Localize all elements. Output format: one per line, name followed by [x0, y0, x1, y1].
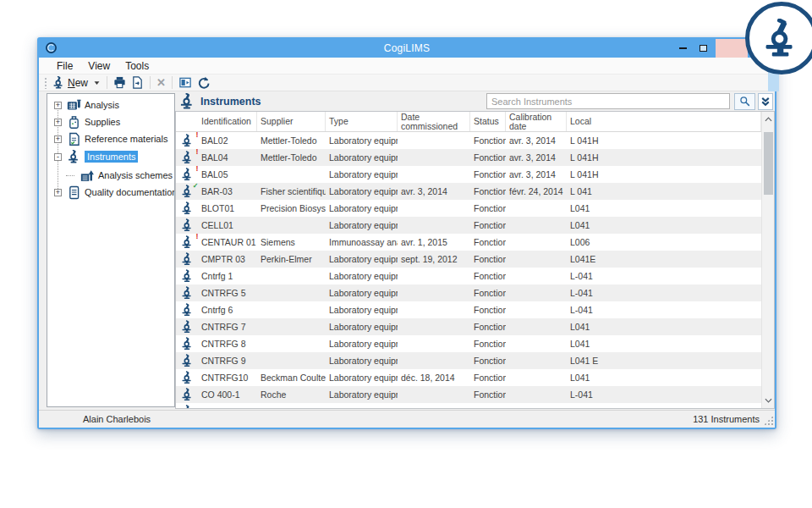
maximize-button[interactable] [692, 39, 714, 58]
panel-icon [178, 76, 192, 89]
expand-toggle[interactable]: + [54, 102, 62, 109]
table-row[interactable]: BAL05 Laboratory equipment Fonctional av… [176, 166, 761, 183]
current-user-label: Alain Charlebois [83, 414, 151, 424]
cell-identification: CNTRFG 9 [198, 352, 257, 369]
title-bar[interactable]: CogiLIMS [39, 39, 775, 58]
cell-supplier [257, 335, 326, 352]
preview-panel-button[interactable] [176, 75, 195, 90]
vertical-scrollbar[interactable] [761, 112, 774, 408]
row-icon-cell [176, 318, 198, 335]
cell-local: L041 [567, 335, 761, 352]
content-area: + Analysis + Supplies + Reference materi… [39, 91, 775, 410]
table-row[interactable]: CELL01 Laboratory equipment Fonctional L… [176, 217, 761, 234]
table-row[interactable]: CNTRFG10 Beckman Coulter ... Laboratory … [176, 369, 761, 386]
table-row[interactable]: CNTRFG 7 Laboratory equipment Fonctional… [176, 318, 761, 335]
menu-tools[interactable]: Tools [118, 58, 156, 74]
table-row[interactable]: BAL04 Mettler-Toledo Laboratory equipmen… [176, 149, 761, 166]
collapse-toggle[interactable]: - [54, 153, 62, 161]
table-row[interactable]: CO 400-1 Roche Laboratory equipment Fonc… [176, 386, 761, 403]
print-button[interactable] [111, 75, 129, 90]
delete-icon: ✕ [156, 77, 166, 89]
microscope-icon [181, 303, 194, 317]
cell-date-commissioned [398, 318, 470, 335]
column-header-icon [176, 112, 198, 131]
search-button[interactable] [734, 93, 755, 110]
search-input[interactable] [486, 93, 730, 109]
scroll-down-button[interactable] [762, 394, 775, 407]
column-header-status[interactable]: Status [470, 112, 506, 131]
minimize-icon [679, 47, 687, 49]
cell-status: Fonctional [470, 234, 506, 251]
sidebar-item-quality-documentation[interactable]: + Quality documentation [47, 184, 175, 201]
close-button[interactable] [716, 39, 748, 58]
expand-toggle[interactable]: + [54, 189, 62, 196]
resize-grip[interactable] [764, 416, 773, 425]
refresh-icon [197, 76, 210, 89]
cell-supplier: Mettler-Toledo [257, 132, 326, 149]
table-row[interactable]: Cntrfg 6 Laboratory equipment Fonctional… [176, 301, 761, 318]
refresh-button[interactable] [195, 75, 212, 90]
table-row[interactable]: BAR-03 Fisher scientifique Laboratory eq… [176, 183, 761, 200]
table-row[interactable]: BAL02 Mettler-Toledo Laboratory equipmen… [176, 132, 761, 149]
cell-type: Laboratory equipment [326, 149, 398, 166]
cell-supplier: Fisher scientifique [257, 183, 326, 200]
cell-type: Laboratory equipment [326, 251, 398, 268]
row-icon-cell [176, 132, 198, 149]
cell-calibration-date [506, 200, 567, 217]
cell-status: Fonctional [470, 335, 506, 352]
table-row[interactable]: BLOT01 Precision Biosystems Laboratory e… [176, 200, 761, 217]
window-title: CogiLIMS [39, 42, 775, 54]
cell-status: Fonctional [470, 251, 506, 268]
menu-file[interactable]: File [49, 58, 80, 74]
cell-date-commissioned: avr. 3, 2014 [398, 183, 470, 200]
cell-identification: BAL04 [198, 149, 257, 166]
table-row[interactable]: CENTAUR 01 Siemens Immunoassay analyzer … [176, 234, 761, 251]
cell-calibration-date: avr. 3, 2014 [506, 132, 567, 149]
column-header-supplier[interactable]: Supplier [257, 112, 326, 131]
sidebar-item-instruments[interactable]: - Instruments [47, 148, 138, 165]
table-row[interactable]: CNTRFG 9 Laboratory equipment Fonctional… [176, 352, 761, 369]
quality-documentation-icon [67, 185, 81, 200]
export-button[interactable] [129, 75, 146, 90]
table-row[interactable]: CNTRFG 8 Laboratory equipment Fonctional… [176, 335, 761, 352]
cell-supplier: Perkin-Elmer [257, 251, 326, 268]
cell-calibration-date [506, 234, 567, 251]
scroll-up-button[interactable] [762, 113, 775, 126]
expand-toggle[interactable]: + [54, 119, 62, 126]
column-header-calibration-date[interactable]: Calibration date [506, 112, 567, 131]
cell-type: Laboratory equipment [326, 301, 398, 318]
cell-identification: Cntrfg 6 [198, 301, 257, 318]
column-header-date-commissioned[interactable]: Date commissioned [398, 112, 470, 131]
cell-status: Fonctional [470, 369, 506, 386]
column-header-type[interactable]: Type [326, 112, 398, 131]
scrollbar-thumb[interactable] [764, 132, 773, 195]
new-button[interactable]: New [50, 75, 91, 90]
cell-type: Laboratory equipment [326, 132, 398, 149]
toolbar: New ✕ [39, 75, 775, 91]
expand-toggle[interactable]: + [54, 135, 62, 143]
sidebar-item-reference-materials[interactable]: + Reference materials [47, 130, 167, 147]
toolbar-grip[interactable] [44, 77, 47, 89]
minimize-button[interactable] [672, 39, 694, 58]
delete-button[interactable]: ✕ [154, 76, 168, 90]
table-row[interactable]: CMPTR 03 Perkin-Elmer Laboratory equipme… [176, 251, 761, 268]
sidebar-item-supplies[interactable]: + Supplies [47, 113, 120, 130]
sidebar-item-analysis-schemes[interactable]: Analysis schemes [66, 167, 173, 184]
advanced-filter-button[interactable] [758, 93, 773, 110]
analysis-icon [67, 98, 81, 113]
app-logo-icon [45, 41, 58, 54]
table-row[interactable]: CNTRFG 5 Laboratory equipment Fonctional… [176, 284, 761, 301]
menu-view[interactable]: View [80, 58, 118, 74]
sidebar-item-label: Supplies [85, 117, 120, 127]
cell-identification: CMPTR 03 [198, 251, 257, 268]
cell-calibration-date [506, 251, 567, 268]
new-dropdown-button[interactable] [91, 78, 103, 87]
column-header-identification[interactable]: Identification [198, 112, 257, 131]
sidebar-item-label: Instruments [85, 151, 138, 163]
column-header-local[interactable]: Local [567, 112, 761, 131]
table-row[interactable]: CO E411 1 Roche Laboratory equipment avr… [176, 403, 761, 409]
cell-supplier: Precision Biosystems [257, 200, 326, 217]
cell-supplier: Beckman Coulter ... [257, 369, 326, 386]
table-row[interactable]: Cntrfg 1 Laboratory equipment Fonctional… [176, 268, 761, 284]
sidebar-item-analysis[interactable]: + Analysis [47, 97, 119, 113]
